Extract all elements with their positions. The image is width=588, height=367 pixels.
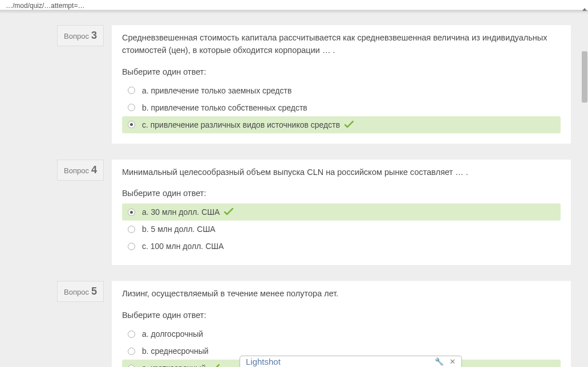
answer-text: c. 100 млн долл. США (142, 242, 224, 251)
answer-option-correct[interactable]: a. 30 млн долл. США (122, 203, 561, 221)
question-text: Минимальный целесообразный объем выпуска… (122, 166, 561, 179)
question-text: Средневзвешенная стоимость капитала расс… (122, 32, 561, 57)
lightshot-popup: Lightshot 🔧 ✕ (240, 356, 462, 367)
question-block: Вопрос 5 Лизинг, осуществляемый в течени… (57, 281, 571, 367)
choose-one-label: Выберите один ответ: (122, 189, 561, 198)
scrollbar-thumb[interactable] (582, 51, 587, 103)
answer-text: c. краткосрочный (142, 364, 206, 367)
answer-text: c. привлечение различных видов источнико… (142, 120, 340, 129)
question-tag: Вопрос 3 (57, 25, 104, 46)
scroll-up-arrow-icon[interactable] (582, 8, 587, 11)
question-label: Вопрос (64, 166, 89, 175)
question-number: 3 (91, 30, 97, 42)
question-label: Вопрос (64, 32, 89, 40)
radio-icon[interactable] (128, 87, 135, 94)
question-text: Лизинг, осуществляемый в течение менее п… (122, 288, 561, 300)
radio-icon[interactable] (128, 226, 135, 233)
answer-text: a. долгосрочный (142, 329, 203, 339)
radio-icon-checked[interactable] (128, 121, 135, 128)
question-number: 5 (91, 286, 97, 297)
answer-option-correct[interactable]: c. привлечение различных видов источнико… (122, 116, 561, 133)
answer-option[interactable]: c. 100 млн долл. США (122, 238, 561, 255)
radio-icon[interactable] (128, 348, 135, 355)
question-tag: Вопрос 4 (57, 160, 104, 181)
answer-text: b. среднесрочный (142, 346, 209, 356)
answer-text: a. привлечение только заемных средств (142, 86, 291, 95)
radio-icon-checked[interactable] (128, 365, 135, 368)
answer-text: b. 5 млн долл. США (142, 225, 216, 234)
radio-icon-checked[interactable] (128, 209, 135, 216)
checkmark-icon (210, 364, 220, 367)
choose-one-label: Выберите один ответ: (122, 67, 561, 76)
radio-icon[interactable] (128, 331, 135, 338)
answer-option[interactable]: a. долгосрочный (122, 325, 561, 342)
answer-text: a. 30 млн долл. США (142, 207, 220, 217)
answer-text: b. привлечение только собственных средст… (142, 103, 307, 112)
answer-option[interactable]: b. привлечение только собственных средст… (122, 99, 561, 116)
question-block: Вопрос 3 Средневзвешенная стоимость капи… (57, 25, 571, 144)
question-tag: Вопрос 5 (57, 281, 104, 302)
checkmark-icon (224, 208, 233, 216)
close-icon[interactable]: ✕ (449, 357, 456, 366)
lightshot-title: Lightshot (246, 357, 429, 366)
question-body: Средневзвешенная стоимость капитала расс… (112, 25, 571, 144)
question-body: Лизинг, осуществляемый в течение менее п… (112, 281, 571, 367)
radio-icon[interactable] (128, 243, 135, 250)
question-body: Минимальный целесообразный объем выпуска… (112, 160, 571, 266)
radio-icon[interactable] (128, 104, 135, 111)
question-label: Вопрос (64, 288, 89, 296)
quiz-content: Вопрос 3 Средневзвешенная стоимость капи… (0, 14, 588, 367)
choose-one-label: Выберите один ответ: (122, 311, 561, 320)
question-number: 4 (91, 164, 97, 176)
answer-option[interactable]: b. 5 млн долл. США (122, 221, 561, 238)
url-bar: …/mod/quiz/…attempt=… (0, 0, 588, 10)
checkmark-icon (344, 121, 354, 129)
answer-option[interactable]: a. привлечение только заемных средств (122, 82, 561, 99)
wrench-icon[interactable]: 🔧 (435, 357, 444, 366)
question-block: Вопрос 4 Минимальный целесообразный объе… (57, 160, 571, 266)
